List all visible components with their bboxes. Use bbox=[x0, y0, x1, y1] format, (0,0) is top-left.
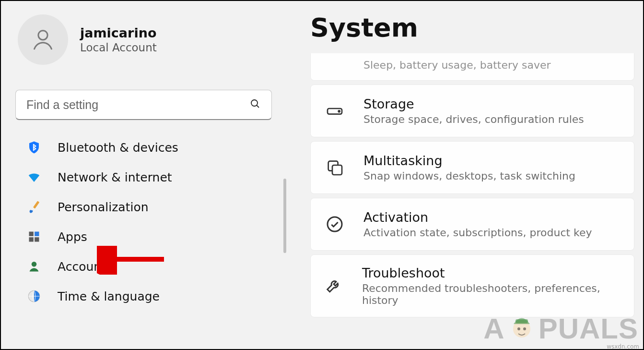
card-storage[interactable]: Storage Storage space, drives, configura… bbox=[310, 84, 634, 137]
svg-rect-6 bbox=[29, 237, 34, 241]
card-title: Activation bbox=[363, 210, 592, 225]
card-title: Multitasking bbox=[363, 153, 575, 168]
sidebar-item-accounts[interactable]: Accounts bbox=[15, 252, 272, 281]
sidebar-item-label: Time & language bbox=[58, 290, 160, 303]
card-subtitle: Activation state, subscriptions, product… bbox=[363, 227, 592, 239]
apps-icon bbox=[26, 229, 42, 245]
time-language-icon bbox=[26, 288, 42, 304]
source-tag: wsxdn.com bbox=[607, 343, 639, 350]
sidebar-item-label: Apps bbox=[58, 230, 87, 244]
sidebar-item-apps[interactable]: Apps bbox=[15, 222, 272, 252]
svg-rect-5 bbox=[35, 232, 39, 236]
svg-point-0 bbox=[38, 31, 47, 40]
sidebar-item-personalization[interactable]: Personalization bbox=[15, 192, 272, 222]
svg-point-12 bbox=[339, 110, 340, 112]
wrench-icon bbox=[324, 276, 344, 297]
svg-rect-14 bbox=[332, 165, 342, 175]
accounts-icon bbox=[26, 258, 42, 275]
card-multitasking[interactable]: Multitasking Snap windows, desktops, tas… bbox=[310, 141, 634, 194]
sidebar-item-label: Bluetooth & devices bbox=[58, 141, 178, 155]
card-subtitle: Recommended troubleshooters, preferences… bbox=[362, 282, 621, 306]
account-block[interactable]: jamicarino Local Account bbox=[15, 11, 272, 79]
user-icon bbox=[30, 26, 56, 53]
main-panel: System Sleep, battery usage, battery sav… bbox=[286, 1, 643, 349]
avatar bbox=[18, 14, 68, 65]
wifi-icon bbox=[26, 169, 42, 185]
page-title: System bbox=[310, 12, 638, 43]
search-icon bbox=[249, 98, 261, 111]
bluetooth-shield-icon bbox=[26, 139, 42, 156]
svg-rect-4 bbox=[29, 232, 34, 236]
brush-icon bbox=[26, 199, 42, 215]
sidebar-item-time-language[interactable]: Time & language bbox=[15, 281, 272, 311]
card-power-battery[interactable]: Sleep, battery usage, battery saver bbox=[310, 53, 634, 81]
sidebar-item-label: Personalization bbox=[58, 200, 149, 214]
svg-point-15 bbox=[328, 217, 342, 231]
card-subtitle: Snap windows, desktops, task switching bbox=[363, 170, 575, 182]
account-type: Local Account bbox=[80, 41, 157, 54]
card-subtitle: Sleep, battery usage, battery saver bbox=[363, 59, 551, 71]
svg-point-8 bbox=[32, 262, 37, 267]
svg-rect-7 bbox=[35, 237, 39, 241]
sidebar-item-network-internet[interactable]: Network & internet bbox=[15, 162, 272, 192]
storage-icon bbox=[324, 100, 345, 121]
card-activation[interactable]: Activation Activation state, subscriptio… bbox=[310, 198, 634, 251]
card-title: Storage bbox=[363, 97, 584, 111]
search-input[interactable] bbox=[26, 98, 245, 112]
svg-line-2 bbox=[257, 105, 259, 108]
card-title: Troubleshoot bbox=[362, 266, 621, 280]
card-troubleshoot[interactable]: Troubleshoot Recommended troubleshooters… bbox=[310, 254, 634, 317]
settings-sidebar: jamicarino Local Account bbox=[1, 1, 286, 349]
sidebar-item-bluetooth-devices[interactable]: Bluetooth & devices bbox=[15, 133, 272, 162]
check-icon bbox=[324, 214, 345, 235]
svg-rect-3 bbox=[33, 201, 39, 208]
account-name: jamicarino bbox=[80, 25, 157, 40]
multi-icon bbox=[324, 157, 345, 178]
search-box[interactable] bbox=[15, 90, 272, 120]
card-subtitle: Storage space, drives, configuration rul… bbox=[363, 113, 584, 125]
svg-point-1 bbox=[251, 100, 258, 106]
settings-nav: Bluetooth & devices Network & internet bbox=[15, 133, 272, 311]
sidebar-item-label: Network & internet bbox=[58, 170, 172, 184]
sidebar-item-label: Accounts bbox=[58, 260, 112, 274]
